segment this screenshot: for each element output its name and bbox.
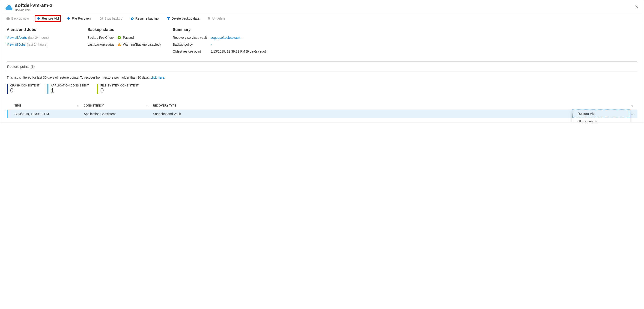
backup-item-icon: [5, 4, 13, 11]
restore-vm-label: Restore VM: [42, 16, 59, 20]
backup-status-section: Backup status Backup Pre-Check Passed La…: [88, 28, 173, 56]
info-row: Alerts and Jobs View all Alerts (last 24…: [7, 28, 637, 56]
stop-backup-button: Stop backup: [98, 16, 124, 21]
view-all-jobs-link[interactable]: View all Jobs: [7, 43, 25, 46]
counter-crash-value: 0: [10, 87, 40, 94]
filter-text: This list is filtered for last 30 days o…: [7, 76, 637, 79]
vault-label: Recovery services vault: [173, 36, 210, 40]
counter-fs-label: FILE-SYSTEM CONSISTENT: [100, 84, 139, 87]
last-backup-label: Last backup status: [88, 43, 118, 46]
sort-icon: ↑↓: [146, 104, 149, 107]
resume-backup-label: Resume backup: [136, 16, 159, 20]
alerts-jobs-title: Alerts and Jobs: [7, 28, 88, 32]
cell-consistency: Application Consistent: [84, 112, 153, 116]
close-icon: [635, 5, 638, 8]
backup-now-label: Backup now: [11, 16, 29, 20]
vault-link[interactable]: sogupsoftdeletevault: [210, 36, 240, 40]
summary-section: Summary Recovery services vault sogupsof…: [173, 28, 637, 56]
delete-backup-data-label: Delete backup data: [172, 16, 200, 20]
svg-rect-6: [119, 45, 119, 46]
resume-backup-icon: [130, 16, 134, 20]
svg-line-3: [100, 18, 102, 19]
last-backup-value: Warning(Backup disabled): [123, 43, 161, 46]
counter-fs-value: 0: [100, 87, 139, 94]
stop-backup-icon: [100, 16, 103, 20]
column-header-time[interactable]: TIME↑↓: [14, 104, 84, 107]
context-restore-vm[interactable]: Restore VM: [572, 110, 630, 118]
stop-backup-label: Stop backup: [104, 16, 122, 20]
filter-description: This list is filtered for last 30 days o…: [7, 76, 150, 79]
undelete-label: Undelete: [212, 16, 225, 20]
restore-vm-icon: [37, 16, 40, 20]
close-button[interactable]: [634, 3, 640, 10]
view-all-alerts-link[interactable]: View all Alerts: [7, 36, 27, 40]
table-row[interactable]: 8/13/2019, 12:39:32 PM Application Consi…: [7, 110, 637, 118]
resume-backup-button[interactable]: Resume backup: [129, 16, 160, 21]
content: Alerts and Jobs View all Alerts (last 24…: [0, 23, 644, 122]
warning-icon: [118, 43, 121, 46]
tab-restore-points[interactable]: Restore points (1): [7, 63, 35, 71]
toolbar: Backup now Restore VM File Recovery Stop…: [0, 14, 644, 23]
undelete-icon: [207, 16, 211, 20]
alerts-jobs-section: Alerts and Jobs View all Alerts (last 24…: [7, 28, 88, 56]
blade-subtitle: Backup Item: [15, 8, 52, 12]
sort-icon: ↑↓: [630, 104, 633, 107]
jobs-range: (last 24 hours): [27, 43, 47, 46]
section-separator: [7, 62, 637, 62]
counter-app-value: 1: [51, 87, 89, 94]
row-consistency-bar: [7, 110, 8, 118]
blade-header: softdel-vm-am-2 Backup Item: [0, 0, 644, 14]
oldest-value: 8/13/2019, 12:39:32 PM (9 day(s) ago): [210, 50, 266, 53]
backup-now-button: Backup now: [5, 16, 30, 21]
delete-backup-data-icon: [166, 16, 170, 20]
success-icon: [118, 36, 121, 40]
tab-bar: Restore points (1): [7, 63, 637, 72]
cell-recovery-type: Snapshot and Vault: [153, 112, 630, 116]
policy-label: Backup policy: [173, 43, 210, 46]
counter-crash-label: CRASH CONSISTENT: [10, 84, 40, 87]
oldest-label: Oldest restore point: [173, 50, 210, 53]
counter-app-label: APPLICATION CONSISTENT: [51, 84, 89, 87]
row-more-actions[interactable]: ⋯: [630, 112, 636, 116]
cell-time: 8/13/2019, 12:39:32 PM: [14, 112, 84, 116]
counters: CRASH CONSISTENT 0 APPLICATION CONSISTEN…: [7, 84, 637, 94]
file-recovery-label: File Recovery: [72, 16, 92, 20]
summary-title: Summary: [173, 28, 637, 32]
counter-crash: CRASH CONSISTENT 0: [7, 84, 40, 94]
alerts-range: (last 24 hours): [28, 36, 49, 40]
file-recovery-button[interactable]: File Recovery: [65, 16, 93, 21]
context-file-recovery[interactable]: File Recovery: [572, 118, 630, 122]
grid-header: TIME↑↓ CONSISTENCY↑↓ RECOVERY TYPE↑↓: [7, 102, 637, 110]
undelete-button: Undelete: [206, 16, 226, 21]
delete-backup-data-button[interactable]: Delete backup data: [165, 16, 201, 21]
sort-icon: ↑↓: [77, 104, 80, 107]
click-here-link[interactable]: click here.: [150, 76, 165, 79]
counter-fs: FILE-SYSTEM CONSISTENT 0: [97, 84, 139, 94]
context-menu: Restore VM File Recovery: [572, 110, 630, 122]
policy-link[interactable]: -: [210, 43, 212, 46]
precheck-label: Backup Pre-Check: [88, 36, 118, 40]
file-recovery-icon: [67, 16, 70, 20]
backup-now-icon: [6, 16, 10, 20]
blade-title: softdel-vm-am-2: [15, 2, 52, 8]
column-header-consistency[interactable]: CONSISTENCY↑↓: [84, 104, 153, 107]
column-header-recovery-type[interactable]: RECOVERY TYPE↑↓: [153, 104, 637, 107]
svg-rect-5: [119, 44, 119, 45]
blade-title-wrap: softdel-vm-am-2 Backup Item: [15, 2, 52, 12]
counter-app: APPLICATION CONSISTENT 1: [47, 84, 89, 94]
backup-status-title: Backup status: [88, 28, 173, 32]
restore-vm-button[interactable]: Restore VM: [35, 15, 61, 22]
precheck-value: Passed: [123, 36, 134, 40]
